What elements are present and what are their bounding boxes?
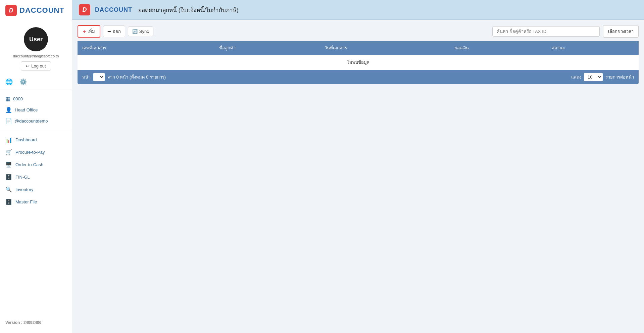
nav-fin-gl[interactable]: 🗄️ FIN-GL (0, 171, 72, 183)
logout-button[interactable]: ↩ Log out (21, 61, 51, 70)
monitor-icon: 🖥️ (5, 161, 12, 168)
company-code-item: ▦ 0000 (5, 93, 66, 104)
nav-master-file[interactable]: 🗄️ Master File (0, 196, 72, 208)
per-page-label: รายการต่อหน้า (605, 74, 634, 81)
pagination: หน้า จาก 0 หน้า (ทั้งหมด 0 รายการ) แสดง … (78, 70, 639, 84)
doc-icon: 📄 (5, 118, 12, 124)
col-status: สถานะ (547, 41, 639, 55)
plus-icon: + (83, 29, 86, 34)
exit-icon: ➡ (107, 29, 111, 34)
user-email: daccount@trianglesoft.co.th (13, 54, 59, 58)
nav-procure-label: Procure-to-Pay (15, 150, 45, 155)
page-info: จาก 0 หน้า (ทั้งหมด 0 รายการ) (107, 74, 568, 81)
rows-per-page-select[interactable]: 10 25 50 100 (584, 73, 603, 81)
header-logo-text: DACCOUNT (95, 6, 132, 13)
person-icon: 👤 (5, 107, 12, 113)
col-doc-date: วันที่เอกสาร (320, 41, 450, 55)
avatar: User (24, 27, 48, 51)
data-table: เลขที่เอกสาร ชื่อลูกค้า วันที่เอกสาร ยอด… (78, 41, 639, 70)
sync-icon: 🔄 (132, 29, 138, 34)
date-range-button[interactable]: เลือกช่วงเวลา (603, 25, 639, 38)
head-office-item: 👤 Head Office (5, 104, 66, 115)
nav-inventory[interactable]: 🔍 Inventory (0, 183, 72, 196)
logout-label: Log out (31, 63, 46, 68)
database-icon: 🗄️ (5, 174, 12, 180)
file-icon: 🗄️ (5, 199, 12, 205)
col-customer-name: ชื่อลูกค้า (214, 41, 320, 55)
demo-account-item: 📄 @daccountdemo (5, 115, 66, 127)
sidebar-logo-icon: D (5, 5, 17, 16)
show-label: แสดง (571, 74, 581, 81)
search-area: เลือกช่วงเวลา (492, 25, 639, 38)
search-icon: 🔍 (5, 186, 12, 193)
no-data-row: ไม่พบข้อมูล (78, 55, 639, 70)
version-text: Version : 24092406 (0, 318, 72, 328)
no-data-text: ไม่พบข้อมูล (78, 55, 639, 70)
exit-button[interactable]: ➡ ออก (103, 26, 125, 37)
dashboard-icon: 📊 (5, 137, 12, 143)
table-container: เลขที่เอกสาร ชื่อลูกค้า วันที่เอกสาร ยอด… (78, 41, 639, 84)
sync-button[interactable]: 🔄 Sync (128, 27, 153, 36)
grid-icon: ▦ (5, 96, 10, 102)
sidebar-logo: D DACCOUNT (0, 0, 72, 21)
top-header: D DACCOUNT ยอดยกมาลูกหนี้ (ใบแจ้งหนี้/ใบ… (72, 0, 644, 20)
page-select[interactable] (93, 73, 105, 81)
sidebar-icon-row: 🌐 ⚙️ (0, 74, 72, 90)
add-label: เพิ่ม (88, 28, 95, 35)
search-input[interactable] (492, 26, 600, 37)
sync-label: Sync (139, 29, 149, 34)
sidebar-info: ▦ 0000 👤 Head Office 📄 @daccountdemo (0, 90, 72, 130)
add-button[interactable]: + เพิ่ม (78, 25, 100, 38)
table-header-row: เลขที่เอกสาร ชื่อลูกค้า วันที่เอกสาร ยอด… (78, 41, 639, 55)
col-doc-number: เลขที่เอกสาร (78, 41, 214, 55)
globe-icon[interactable]: 🌐 (5, 78, 13, 86)
nav-dashboard-label: Dashboard (15, 137, 37, 142)
toolbar: + เพิ่ม ➡ ออก 🔄 Sync เลือกช่วงเวลา (78, 25, 639, 38)
content-area: + เพิ่ม ➡ ออก 🔄 Sync เลือกช่วงเวลา (72, 20, 644, 333)
header-logo-icon: D (79, 4, 90, 15)
sidebar-logo-text: DACCOUNT (19, 6, 64, 15)
sidebar-nav: 📊 Dashboard 🛒 Procure-to-Pay 🖥️ Order-to… (0, 130, 72, 318)
date-range-label: เลือกช่วงเวลา (608, 29, 634, 34)
cart-icon: 🛒 (5, 149, 12, 155)
nav-dashboard[interactable]: 📊 Dashboard (0, 134, 72, 146)
nav-procure-to-pay[interactable]: 🛒 Procure-to-Pay (0, 146, 72, 158)
gear-icon[interactable]: ⚙️ (19, 78, 27, 86)
nav-fingl-label: FIN-GL (15, 175, 30, 180)
col-amount: ยอดเงิน (450, 41, 547, 55)
nav-order-to-cash[interactable]: 🖥️ Order-to-Cash (0, 158, 72, 171)
sidebar: D DACCOUNT User daccount@trianglesoft.co… (0, 0, 72, 333)
nav-order-label: Order-to-Cash (15, 162, 43, 167)
user-section: User daccount@trianglesoft.co.th ↩ Log o… (0, 21, 72, 74)
company-code-label: 0000 (13, 96, 23, 101)
head-office-label: Head Office (15, 107, 38, 112)
main-content: D DACCOUNT ยอดยกมาลูกหนี้ (ใบแจ้งหนี้/ใบ… (72, 0, 644, 333)
nav-masterfile-label: Master File (15, 199, 37, 204)
page-title: ยอดยกมาลูกหนี้ (ใบแจ้งหนี้/ใบกำกับภาษี) (138, 5, 239, 14)
logout-icon: ↩ (26, 63, 30, 68)
demo-account-label: @daccountdemo (15, 118, 48, 124)
exit-label: ออก (113, 28, 121, 35)
nav-inventory-label: Inventory (15, 187, 33, 192)
page-label: หน้า (82, 74, 91, 81)
